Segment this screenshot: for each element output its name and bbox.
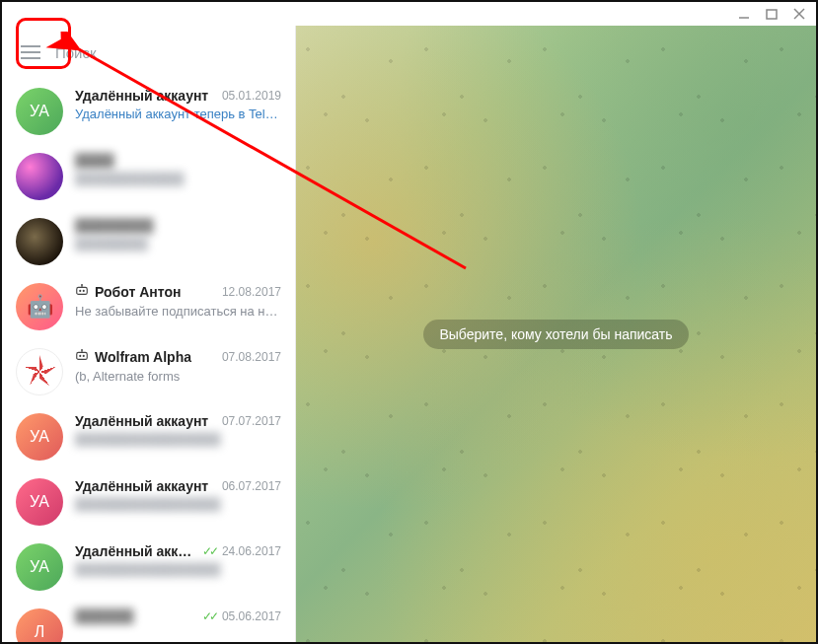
bot-badge: [75, 283, 89, 301]
chat-name: ██████: [75, 608, 196, 624]
svg-point-15: [83, 355, 85, 357]
chat-date: 24.06.2017: [222, 544, 281, 558]
chat-item[interactable]: УАУдалённый аккаунт05.01.2019Удалённый а…: [2, 79, 295, 144]
avatar-initials: УА: [30, 493, 49, 511]
chat-preview: (b, Alternate forms: [75, 369, 281, 384]
avatar: УА: [16, 413, 63, 461]
empty-chat-placeholder: Выберите, кому хотели бы написать: [423, 320, 688, 349]
chat-date: 06.07.2017: [222, 479, 281, 493]
chat-preview: Удалённый аккаунт теперь в Tel…: [75, 107, 281, 121]
svg-point-14: [79, 355, 81, 357]
chat-top-row: ████: [75, 153, 281, 169]
avatar: [16, 218, 63, 265]
chat-preview: ████████████████: [75, 497, 281, 512]
minimize-icon: [738, 8, 750, 20]
window-maximize-button[interactable]: [765, 7, 779, 21]
chat-top-row: ██████✓✓05.06.2017: [75, 608, 281, 624]
chat-top-row: Робот Антон12.08.2017: [75, 283, 281, 301]
svg-point-10: [83, 290, 85, 292]
chat-item[interactable]: УАУдалённый аккаунт07.07.2017███████████…: [2, 404, 295, 469]
chat-item[interactable]: Робот Антон12.08.2017Не забывайте подпис…: [2, 274, 295, 339]
chat-body: Удалённый аккаунт06.07.2017█████████████…: [75, 478, 281, 512]
avatar-initials: УА: [30, 428, 49, 446]
window-close-button[interactable]: [792, 7, 806, 21]
chat-body: ████████████████: [75, 218, 281, 251]
svg-point-9: [79, 290, 81, 292]
bot-icon: [75, 283, 89, 297]
close-icon: [793, 8, 805, 20]
chat-date: 12.08.2017: [222, 285, 281, 299]
chat-top-row: Удалённый аккаунт05.01.2019: [75, 88, 281, 104]
chat-top-row: Удалённый аккаунт06.07.2017: [75, 478, 281, 494]
window-minimize-button[interactable]: [737, 7, 751, 21]
bot-badge: [75, 348, 89, 366]
chat-item[interactable]: ████████████████: [2, 209, 295, 274]
chat-name: Удалённый аккаунт: [75, 413, 216, 429]
chat-name: Удалённый акка…: [75, 543, 196, 559]
window-titlebar: [2, 2, 816, 26]
chat-list[interactable]: УАУдалённый аккаунт05.01.2019Удалённый а…: [2, 79, 295, 642]
app-window: УАУдалённый аккаунт05.01.2019Удалённый а…: [0, 0, 818, 644]
chat-body: Удалённый акка…✓✓24.06.2017█████████████…: [75, 543, 281, 577]
chat-date: 05.01.2019: [222, 89, 281, 103]
chat-body: Удалённый аккаунт05.01.2019Удалённый акк…: [75, 88, 281, 121]
avatar: [16, 153, 63, 200]
chat-date: 07.08.2017: [222, 350, 281, 364]
avatar: Л: [16, 608, 63, 642]
avatar-initials: Л: [35, 623, 45, 641]
avatar-initials: УА: [30, 558, 49, 576]
read-checks-icon: ✓✓: [202, 609, 216, 623]
svg-rect-13: [77, 352, 88, 359]
main-menu-button[interactable]: [12, 34, 49, 71]
search-input[interactable]: [49, 36, 285, 69]
chat-item[interactable]: Wolfram Alpha07.08.2017(b, Alternate for…: [2, 339, 295, 404]
svg-point-12: [81, 284, 83, 286]
sidebar: УАУдалённый аккаунт05.01.2019Удалённый а…: [2, 26, 296, 642]
maximize-icon: [766, 8, 778, 20]
chat-date: 07.07.2017: [222, 414, 281, 428]
chat-body: Удалённый аккаунт07.07.2017█████████████…: [75, 413, 281, 447]
chat-item[interactable]: Л██████✓✓05.06.2017: [2, 600, 295, 642]
chat-body: Wolfram Alpha07.08.2017(b, Alternate for…: [75, 348, 281, 384]
avatar: УА: [16, 88, 63, 135]
avatar: [16, 348, 63, 395]
chat-item[interactable]: УАУдалённый акка…✓✓24.06.2017███████████…: [2, 535, 295, 600]
read-checks-icon: ✓✓: [202, 544, 216, 558]
chat-preview: ████████████████: [75, 432, 281, 447]
chat-top-row: Wolfram Alpha07.08.2017: [75, 348, 281, 366]
app-body: УАУдалённый аккаунт05.01.2019Удалённый а…: [2, 26, 816, 642]
svg-rect-2: [767, 10, 777, 19]
chat-body: ████████████████: [75, 153, 281, 186]
chat-body: ██████✓✓05.06.2017: [75, 608, 281, 627]
chat-name: ████████: [75, 218, 275, 234]
chat-date: 05.06.2017: [222, 609, 281, 623]
chat-top-row: ████████: [75, 218, 281, 234]
avatar: УА: [16, 478, 63, 526]
chat-name: Wolfram Alpha: [95, 349, 216, 365]
chat-preview: Не забывайте подписаться на н…: [75, 304, 281, 319]
chat-top-row: Удалённый акка…✓✓24.06.2017: [75, 543, 281, 559]
svg-rect-8: [77, 287, 88, 294]
chat-name: Робот Антон: [95, 284, 216, 300]
chat-item[interactable]: ████████████████: [2, 144, 295, 209]
avatar: УА: [16, 543, 63, 591]
avatar-initials: УА: [30, 103, 49, 120]
avatar: [16, 283, 63, 330]
chat-name: ████: [75, 153, 275, 169]
chat-name: Удалённый аккаунт: [75, 88, 216, 104]
chat-preview: ████████████████: [75, 562, 281, 577]
main-pane: Выберите, кому хотели бы написать: [296, 26, 816, 642]
bot-icon: [75, 348, 89, 362]
chat-preview: ████████████: [75, 172, 281, 186]
chat-name: Удалённый аккаунт: [75, 478, 216, 494]
hamburger-icon: [20, 44, 41, 60]
search-row: [2, 26, 295, 79]
svg-point-17: [81, 349, 83, 351]
chat-item[interactable]: УАУдалённый аккаунт06.07.2017███████████…: [2, 469, 295, 535]
chat-preview: ████████: [75, 237, 281, 251]
chat-top-row: Удалённый аккаунт07.07.2017: [75, 413, 281, 429]
chat-body: Робот Антон12.08.2017Не забывайте подпис…: [75, 283, 281, 319]
